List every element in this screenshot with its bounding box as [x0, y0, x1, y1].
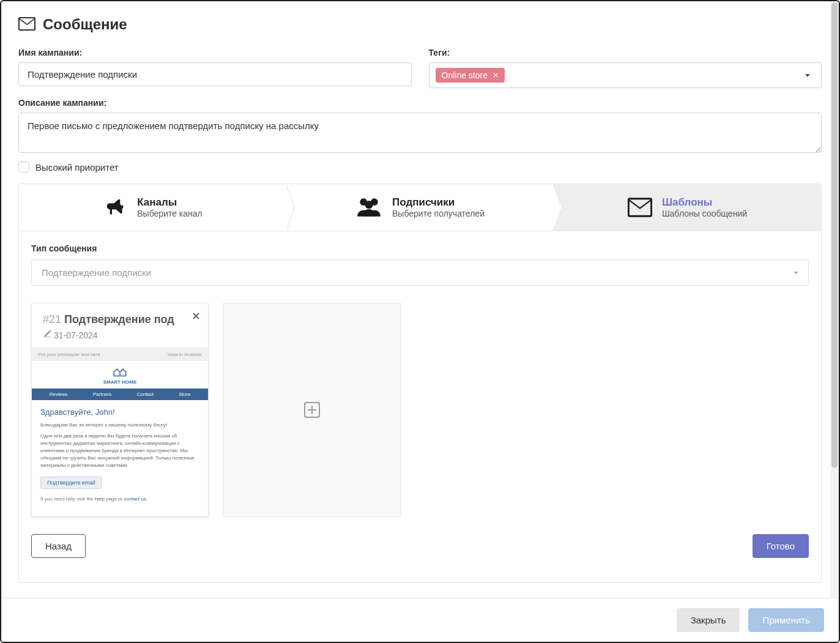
svg-point-2 [365, 201, 373, 209]
step-channels-text: Каналы Выберите канал [137, 196, 203, 218]
envelope-step-icon [628, 198, 652, 217]
preview-greeting: Здравствуйте, John! [40, 407, 199, 417]
done-button[interactable]: Готово [753, 534, 809, 558]
template-date: 31-07-2024 [54, 330, 98, 340]
campaign-name-label: Имя кампании: [18, 48, 412, 58]
template-preview: Put your preheader text here View in bro… [32, 348, 208, 508]
description-group: Описание кампании: Первое письмо с предл… [18, 98, 822, 153]
preview-nav-item: Contact [136, 392, 154, 397]
envelope-icon [18, 17, 35, 32]
templates-row: ✕ #21 Подтверждение под 31-07-2024 [31, 303, 809, 517]
template-title: #21 Подтверждение под [43, 313, 197, 326]
close-button[interactable]: Закрыть [677, 608, 740, 632]
template-close-icon[interactable]: ✕ [191, 310, 201, 323]
priority-checkbox[interactable] [18, 162, 29, 173]
edit-icon [43, 330, 51, 340]
form-row-name-tags: Имя кампании: Теги: Online store ✕ [18, 48, 822, 88]
description-textarea[interactable]: Первое письмо с предложением подтвердить… [18, 113, 822, 153]
step-nav-buttons: Назад Готово [31, 534, 809, 558]
priority-row: Высокий приоритет [18, 162, 822, 173]
template-id: #21 [43, 313, 61, 325]
chevron-down-small-icon [794, 272, 798, 274]
back-button[interactable]: Назад [31, 534, 86, 558]
step-channels-subtitle: Выберите канал [137, 209, 203, 218]
preview-thanks: Благодарим Вас за интерес к нашему полез… [40, 422, 199, 429]
apply-button[interactable]: Применить [748, 608, 824, 632]
plus-icon [304, 402, 320, 418]
preview-nav: Reviews Partners Contact Store [32, 388, 208, 400]
preview-logo-area: SMART HOME [32, 361, 208, 388]
add-template-button[interactable] [223, 303, 401, 517]
templates-content: Тип сообщения Подтверждение подписки ✕ #… [18, 231, 822, 583]
modal-footer: Закрыть Применить [1, 598, 839, 642]
tags-container[interactable]: Online store ✕ [429, 62, 822, 88]
bullhorn-icon [103, 195, 127, 220]
chevron-down-icon[interactable] [805, 74, 810, 77]
step-templates-subtitle: Шаблоны сообщений [662, 209, 747, 218]
preview-brand: SMART HOME [32, 379, 208, 385]
house-icon [32, 366, 208, 379]
message-type-select[interactable]: Подтверждение подписки [31, 259, 809, 286]
modal-container: Сообщение Имя кампании: Теги: Online sto… [0, 0, 840, 643]
template-card-header: #21 Подтверждение под 31-07-2024 [32, 303, 208, 348]
scrollbar-track[interactable] [830, 1, 839, 598]
tag-remove-icon[interactable]: ✕ [492, 71, 499, 80]
tag-online-store: Online store ✕ [436, 68, 505, 83]
template-name: Подтверждение под [64, 313, 174, 325]
campaign-name-input[interactable] [18, 62, 412, 86]
step-subscribers-title: Подписчики [392, 196, 485, 209]
preview-nav-item: Partners [93, 392, 111, 397]
preview-preheader: Put your preheader text here [38, 352, 100, 357]
step-templates-text: Шаблоны Шаблоны сообщений [662, 196, 747, 218]
step-subscribers[interactable]: Подписчики Выберите получателей [286, 184, 554, 231]
preview-body-text: Один или два раза в неделю Вы будете пол… [40, 433, 199, 469]
modal-header: Сообщение [18, 16, 822, 33]
preview-contact-link: contact us [124, 496, 146, 502]
template-date-row: 31-07-2024 [43, 330, 197, 340]
preview-nav-item: Reviews [50, 392, 68, 397]
description-label: Описание кампании: [18, 98, 822, 108]
modal-body: Сообщение Имя кампании: Теги: Online sto… [1, 1, 839, 598]
step-templates-title: Шаблоны [662, 196, 747, 209]
preview-confirm-button: Подтвердите email [40, 477, 102, 489]
message-type-value: Подтверждение подписки [42, 267, 151, 278]
modal-title: Сообщение [43, 16, 127, 33]
template-card[interactable]: ✕ #21 Подтверждение под 31-07-2024 [31, 303, 209, 517]
preview-body: Здравствуйте, John! Благодарим Вас за ин… [32, 400, 208, 508]
preview-view-browser: View in browser [168, 352, 202, 357]
preview-help: If you need help visit the Help page or … [40, 496, 199, 502]
users-icon [355, 195, 382, 220]
tag-label: Online store [442, 70, 488, 80]
tags-label: Теги: [429, 48, 822, 58]
campaign-name-group: Имя кампании: [18, 48, 412, 88]
scrollbar-thumb[interactable] [831, 2, 838, 468]
step-subscribers-text: Подписчики Выберите получателей [392, 196, 485, 218]
preview-topline: Put your preheader text here View in bro… [32, 348, 208, 361]
preview-nav-item: Store [179, 392, 190, 397]
tags-group: Теги: Online store ✕ [429, 48, 822, 88]
steps-navigation: Каналы Выберите канал Подписчики Выберит… [18, 184, 822, 231]
priority-label: Высокий приоритет [35, 162, 119, 173]
step-subscribers-subtitle: Выберите получателей [392, 209, 485, 218]
step-channels-title: Каналы [137, 196, 203, 209]
preview-help-link: Help [95, 496, 105, 502]
step-templates[interactable]: Шаблоны Шаблоны сообщений [554, 184, 821, 231]
message-type-label: Тип сообщения [31, 243, 809, 253]
step-channels[interactable]: Каналы Выберите канал [19, 184, 286, 231]
